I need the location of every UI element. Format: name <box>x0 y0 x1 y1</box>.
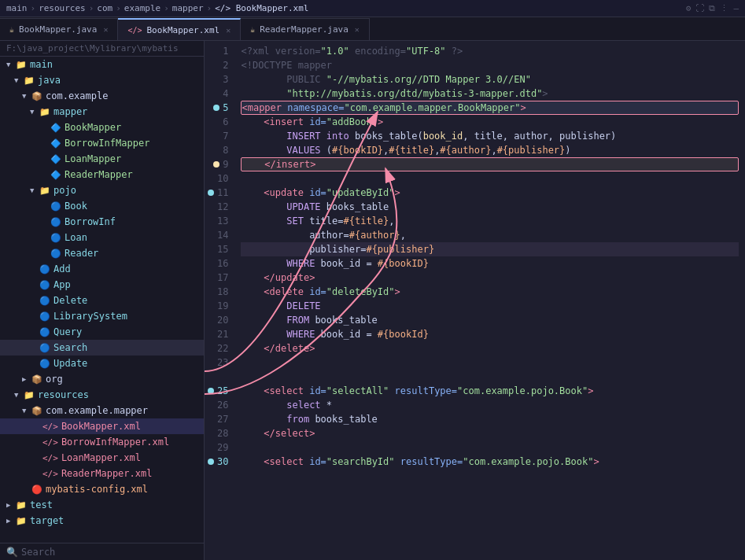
editor-area: 1 2 3 4 5 6 7 8 9 10 11 12 13 14 15 16 1… <box>205 41 745 560</box>
code-line-17: </update> <box>241 271 739 285</box>
arrow-test: ▶ <box>6 501 14 509</box>
toolbar-icon-menu[interactable]: ⋮ <box>720 3 728 13</box>
toolbar-icon-settings[interactable]: ⚙ <box>686 3 692 13</box>
folder-icon-resources: 📁 <box>24 390 35 400</box>
tree-item-Book[interactable]: ▶ 🔵 Book <box>0 198 204 214</box>
tree-item-Reader[interactable]: ▶ 🔵 Reader <box>0 245 204 261</box>
toolbar-icon-minimize[interactable]: — <box>733 3 739 13</box>
tree-item-org[interactable]: ▶ 📦 org <box>0 371 204 387</box>
package-icon-com-example-mapper: 📦 <box>31 406 42 416</box>
tree-item-ReaderMapper-xml[interactable]: ▶ </> ReaderMapper.xml <box>0 466 204 481</box>
bc-resources[interactable]: resources <box>39 3 86 13</box>
code-line-10 <box>241 171 739 186</box>
code-line-23 <box>241 356 739 370</box>
tree-label-mapper: mapper <box>53 106 87 117</box>
arrow-pojo: ▼ <box>30 186 38 194</box>
toolbar-icon-float[interactable]: ⧉ <box>709 3 715 13</box>
tab-bookMapper-java[interactable]: ☕ BookMapper.java ✕ <box>0 18 118 40</box>
tree-item-LibrarySystem[interactable]: ▶ 🔵 LibrarySystem <box>0 308 204 324</box>
tree-label-main: main <box>30 59 53 70</box>
tree-label-target: target <box>30 515 64 526</box>
tree-label-com-example-mapper: com.example.mapper <box>46 405 148 416</box>
arrow-com-example-mapper: ▼ <box>22 407 30 414</box>
tree-item-Query[interactable]: ▶ 🔵 Query <box>0 324 204 340</box>
tree-label-ReaderMapper: ReaderMapper <box>65 169 133 180</box>
code-line-30: <select id="searchById" resultType="com.… <box>241 455 739 469</box>
tree-item-test[interactable]: ▶ 📁 test <box>0 497 204 513</box>
bc-example[interactable]: example <box>124 3 160 13</box>
class-icon-Search: 🔵 <box>39 343 50 353</box>
code-line-3: PUBLIC "-//mybatis.org//DTD Mapper 3.0//… <box>241 72 739 87</box>
tree-item-Update[interactable]: ▶ 🔵 Update <box>0 356 204 371</box>
tree-item-target[interactable]: ▶ 📁 target <box>0 513 204 529</box>
code-content[interactable]: <?xml version="1.0" encoding="UTF-8" ?> … <box>234 41 745 560</box>
xml-icon: </> <box>127 26 142 35</box>
tree-item-BookMapper[interactable]: ▶ 🔷 BookMapper <box>0 120 204 135</box>
tree-label-pojo: pojo <box>53 185 76 196</box>
tree-label-org: org <box>46 374 63 385</box>
arrow-resources: ▼ <box>14 391 22 399</box>
code-line-7: INSERT into books_table(book_id, title, … <box>241 129 739 143</box>
code-line-9: </insert> <box>241 157 739 171</box>
tree-label-BorrowInf: BorrowInf <box>65 216 116 227</box>
code-line-16: WHERE book_id = #{bookID} <box>241 256 739 271</box>
bc-file: </> BookMapper.xml <box>215 3 308 13</box>
tree-item-Delete[interactable]: ▶ 🔵 Delete <box>0 293 204 308</box>
tree-item-LoanMapper-xml[interactable]: ▶ </> LoanMapper.xml <box>0 450 204 466</box>
tree-item-java[interactable]: ▼ 📁 java <box>0 72 204 88</box>
class-icon-Add: 🔵 <box>39 264 50 274</box>
tab-close-bookMapper-xml[interactable]: ✕ <box>226 26 231 35</box>
tree-item-BookMapper-xml[interactable]: ▶ </> BookMapper.xml <box>0 418 204 434</box>
bc-com[interactable]: com <box>97 3 112 13</box>
tab-close-readerMapper-java[interactable]: ✕ <box>355 25 360 34</box>
tree-item-BorrowInfMapper-xml[interactable]: ▶ </> BorrowInfMapper.xml <box>0 434 204 450</box>
tree-item-pojo[interactable]: ▼ 📁 pojo <box>0 182 204 198</box>
code-line-18: <delete id="deleteById"> <box>241 285 739 299</box>
tree-item-LoanMapper[interactable]: ▶ 🔷 LoanMapper <box>0 151 204 167</box>
tree-item-resources[interactable]: ▼ 📁 resources <box>0 387 204 403</box>
tree-label-Delete: Delete <box>53 295 87 306</box>
editor-content[interactable]: 1 2 3 4 5 6 7 8 9 10 11 12 13 14 15 16 1… <box>205 41 745 560</box>
bc-main[interactable]: main <box>6 3 28 13</box>
code-line-11: <update id="updateById"> <box>241 186 739 200</box>
tab-bookMapper-xml[interactable]: </> BookMapper.xml ✕ <box>118 18 241 40</box>
tree-label-Add: Add <box>53 263 71 274</box>
tree-item-mapper[interactable]: ▼ 📁 mapper <box>0 104 204 120</box>
tree-label-App: App <box>53 279 71 290</box>
interface-icon-BorrowInfMapper: 🔷 <box>50 138 61 149</box>
bc-mapper[interactable]: mapper <box>172 3 204 13</box>
tree-item-Loan[interactable]: ▶ 🔵 Loan <box>0 230 204 245</box>
tree-item-com-example[interactable]: ▼ 📦 com.example <box>0 88 204 104</box>
package-icon-org: 📦 <box>31 374 42 385</box>
interface-icon-BookMapper: 🔷 <box>50 123 61 133</box>
tree-item-Search[interactable]: ▶ 🔵 Search <box>0 340 204 356</box>
tree-item-BorrowInfMapper[interactable]: ▶ 🔷 BorrowInfMapper <box>0 135 204 151</box>
folder-icon-main: 📁 <box>16 60 27 70</box>
arrow-target: ▶ <box>6 517 14 525</box>
code-line-27: from books_table <box>241 412 739 426</box>
tree-label-BookMapper: BookMapper <box>65 122 121 133</box>
main-layout: F:\java_project\Mylibrary\mybatis ▼ 📁 ma… <box>0 41 745 560</box>
xml-icon-BookMapper-xml: </> <box>42 422 58 432</box>
tab-close-bookMapper-java[interactable]: ✕ <box>103 25 108 34</box>
tree-item-com-example-mapper[interactable]: ▼ 📦 com.example.mapper <box>0 403 204 418</box>
toolbar-icon-expand[interactable]: ⛶ <box>695 3 704 13</box>
code-line-14: author=#{author}, <box>241 228 739 242</box>
folder-icon-mapper: 📁 <box>39 107 50 117</box>
tree-item-main[interactable]: ▼ 📁 main <box>0 57 204 72</box>
class-icon-LibrarySystem: 🔵 <box>39 311 50 322</box>
tree-label-java: java <box>38 75 61 86</box>
code-line-15: publisher=#{publisher} <box>241 242 739 256</box>
tree-label-Update: Update <box>53 358 87 369</box>
class-icon-Delete: 🔵 <box>39 296 50 306</box>
tree-item-BorrowInf[interactable]: ▶ 🔵 BorrowInf <box>0 214 204 230</box>
class-icon-Query: 🔵 <box>39 327 50 337</box>
project-path: F:\java_project\Mylibrary\mybatis <box>0 41 204 57</box>
tree-item-App[interactable]: ▶ 🔵 App <box>0 277 204 293</box>
tree-item-ReaderMapper[interactable]: ▶ 🔷 ReaderMapper <box>0 167 204 182</box>
tree-item-mybatis-config[interactable]: ▶ 🔴 mybatis-config.xml <box>0 481 204 497</box>
sidebar-search[interactable]: 🔍 Search <box>0 543 204 560</box>
code-line-4: "http://mybatis.org/dtd/mybatis-3-mapper… <box>241 87 739 101</box>
tree-item-Add[interactable]: ▶ 🔵 Add <box>0 261 204 277</box>
tab-readerMapper-java[interactable]: ☕ ReaderMapper.java ✕ <box>241 18 370 40</box>
